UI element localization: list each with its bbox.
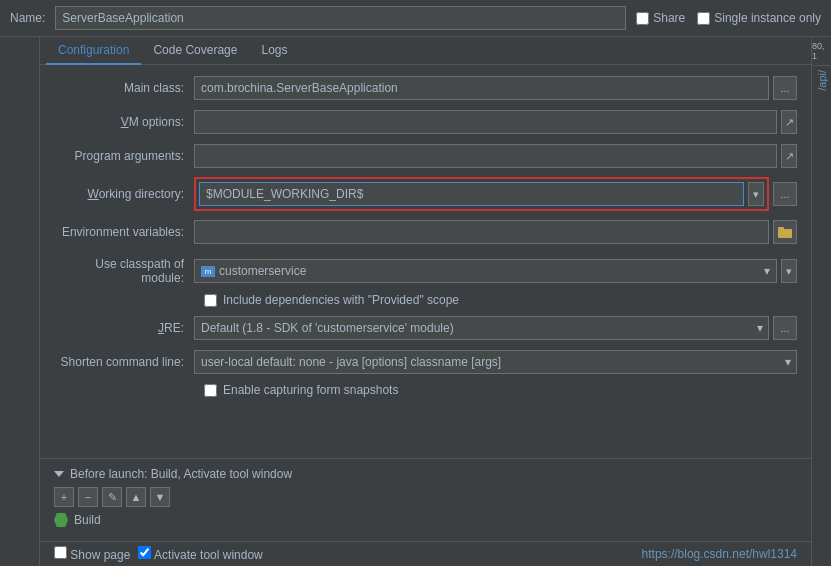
enable-capturing-row: Enable capturing form snapshots [54,383,797,397]
vm-options-expand-button[interactable]: ↗ [781,110,797,134]
environment-variables-input[interactable] [194,220,769,244]
use-classpath-select[interactable]: m customerservice [194,259,777,283]
enable-capturing-text: Enable capturing form snapshots [223,383,398,397]
main-class-input[interactable] [194,76,769,100]
jre-label: JRE: [54,321,194,335]
main-class-control: ... [194,76,797,100]
name-input[interactable] [55,6,626,30]
shorten-command-label: Shorten command line: [54,355,194,369]
edit-launch-button[interactable]: ✎ [102,487,122,507]
bottom-section: Before launch: Build, Activate tool wind… [40,458,811,541]
share-checkbox[interactable] [636,12,649,25]
form-area: Main class: ... VM options: ↗ Program ar… [40,65,811,458]
working-directory-browse-button[interactable]: ... [773,182,797,206]
include-dependencies-row: Include dependencies with "Provided" sco… [54,293,797,307]
environment-variables-control [194,220,797,244]
show-page-text: Show page [70,548,130,562]
environment-variables-row: Environment variables: [54,219,797,245]
tabs-bar: Configuration Code Coverage Logs [40,37,811,65]
program-arguments-expand-button[interactable]: ↗ [781,144,797,168]
use-classpath-row: Use classpath of module: m customerservi… [54,257,797,285]
environment-variables-label: Environment variables: [54,225,194,239]
working-directory-highlight: ▾ [194,177,769,211]
move-down-launch-button[interactable]: ▼ [150,487,170,507]
vm-options-label: VM options: [54,115,194,129]
tab-logs[interactable]: Logs [249,37,299,65]
shorten-command-select[interactable]: user-local default: none - java [options… [194,350,797,374]
tab-code-coverage[interactable]: Code Coverage [141,37,249,65]
launch-controls: + − ✎ ▲ ▼ [54,487,797,507]
include-dependencies-checkbox[interactable] [204,294,217,307]
remove-launch-button[interactable]: − [78,487,98,507]
activate-tool-window-text: Activate tool window [154,548,263,562]
include-dependencies-label[interactable]: Include dependencies with "Provided" sco… [204,293,459,307]
jre-select[interactable]: Default (1.8 - SDK of 'customerservice' … [194,316,769,340]
move-up-launch-button[interactable]: ▲ [126,487,146,507]
use-classpath-control: m customerservice ▾ [194,259,797,283]
dialog-area: Configuration Code Coverage Logs Main cl… [40,37,811,566]
activate-tool-window-label[interactable]: Activate tool window [138,546,262,562]
enable-capturing-checkbox[interactable] [204,384,217,397]
right-sidebar-separator [812,65,831,66]
jre-row: JRE: Default (1.8 - SDK of 'customerserv… [54,315,797,341]
use-classpath-label: Use classpath of module: [54,257,194,285]
right-sidebar: 80, 1 /api/ [811,37,831,566]
build-row: Build [54,513,797,527]
program-arguments-row: Program arguments: ↗ [54,143,797,169]
add-launch-button[interactable]: + [54,487,74,507]
module-icon: m [201,266,215,277]
main-class-label: Main class: [54,81,194,95]
api-label[interactable]: /api/ [816,70,828,91]
build-label: Build [74,513,101,527]
use-classpath-expand-button[interactable]: ▾ [781,259,797,283]
working-directory-row: Working directory: ▾ ... [54,177,797,211]
header-checkboxes: Share Single instance only [636,11,821,25]
before-launch-toggle-icon[interactable] [54,471,64,477]
program-arguments-control: ↗ [194,144,797,168]
working-directory-input[interactable] [199,182,744,206]
tab-configuration[interactable]: Configuration [46,37,141,65]
main-class-row: Main class: ... [54,75,797,101]
main-content: Configuration Code Coverage Logs Main cl… [0,37,831,566]
working-directory-label: Working directory: [54,187,194,201]
single-instance-checkbox-label[interactable]: Single instance only [697,11,821,25]
vm-options-row: VM options: ↗ [54,109,797,135]
shorten-command-row: Shorten command line: user-local default… [54,349,797,375]
build-icon [54,513,68,527]
enable-capturing-label[interactable]: Enable capturing form snapshots [204,383,398,397]
footer-url: https://blog.csdn.net/hwl1314 [642,547,797,561]
shorten-command-control: user-local default: none - java [options… [194,350,797,374]
main-class-browse-button[interactable]: ... [773,76,797,100]
show-page-label[interactable]: Show page [54,546,130,562]
program-arguments-label: Program arguments: [54,149,194,163]
before-launch-title: Before launch: Build, Activate tool wind… [70,467,292,481]
use-classpath-value: customerservice [219,264,306,278]
header-bar: Name: Share Single instance only [0,0,831,37]
show-page-checkbox[interactable] [54,546,67,559]
svg-rect-0 [778,229,792,238]
footer-left: Show page Activate tool window [54,546,263,562]
vm-options-control: ↗ [194,110,797,134]
include-dependencies-text: Include dependencies with "Provided" sco… [223,293,459,307]
working-directory-dropdown-button[interactable]: ▾ [748,182,764,206]
vm-options-input[interactable] [194,110,777,134]
program-arguments-input[interactable] [194,144,777,168]
folder-icon [778,226,792,238]
jre-control: Default (1.8 - SDK of 'customerservice' … [194,316,797,340]
share-checkbox-label[interactable]: Share [636,11,685,25]
name-label: Name: [10,11,45,25]
sidebar-strip [0,37,40,566]
svg-rect-1 [778,227,784,230]
line-numbers: 80, 1 [812,41,831,61]
single-instance-checkbox[interactable] [697,12,710,25]
activate-tool-window-checkbox[interactable] [138,546,151,559]
before-launch-header: Before launch: Build, Activate tool wind… [54,467,797,481]
jre-browse-button[interactable]: ... [773,316,797,340]
footer: Show page Activate tool window https://b… [40,541,811,566]
environment-variables-folder-button[interactable] [773,220,797,244]
